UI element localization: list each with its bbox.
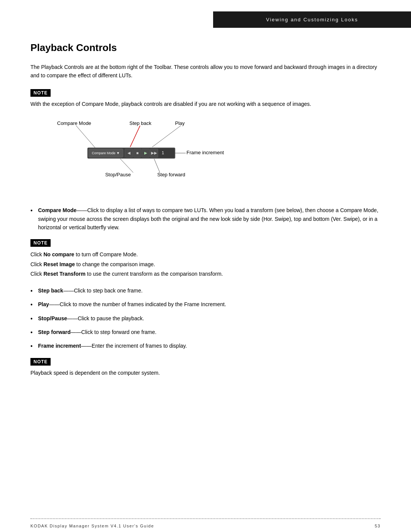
header-bar: Viewing and Customizing Looks bbox=[213, 11, 411, 28]
compare-mode-label: Compare Mode bbox=[57, 120, 91, 126]
bullet4-title: Stop/Pause bbox=[38, 315, 67, 321]
bullet2-text: —Click to step back one frame. bbox=[68, 288, 143, 294]
note-box-3: NOTE Playback speed is dependent on the … bbox=[30, 358, 381, 377]
bullet2-title: Step back bbox=[38, 288, 63, 294]
diagram-svg: Compare Mode Step back Play Compare Mode… bbox=[46, 117, 244, 193]
svg-text:1: 1 bbox=[162, 150, 164, 155]
bullet-step-back: Step back——Click to step back one frame. bbox=[30, 286, 381, 295]
bullet-play: Play——Click to move the number of frames… bbox=[30, 300, 381, 308]
note-label-1: NOTE bbox=[30, 89, 51, 97]
header-title: Viewing and Customizing Looks bbox=[266, 17, 358, 22]
svg-text:■: ■ bbox=[136, 151, 139, 155]
svg-text:Stop/Pause: Stop/Pause bbox=[105, 172, 131, 177]
svg-line-19 bbox=[120, 159, 133, 173]
bullet5-text: —Click to step forward one frame. bbox=[76, 329, 157, 335]
page-title: Playback Controls bbox=[30, 42, 381, 54]
step-back-label: Step back bbox=[129, 120, 151, 126]
note2-line3: Click Reset Transform to use the current… bbox=[30, 269, 381, 279]
bullet-step-forward: Step forward——Click to step forward one … bbox=[30, 328, 381, 336]
svg-text:▶: ▶ bbox=[144, 151, 147, 155]
note-label-2: NOTE bbox=[30, 239, 51, 247]
play-label: Play bbox=[175, 120, 185, 126]
bullet-compare-mode: Compare Mode——Click to display a list of… bbox=[30, 206, 381, 232]
bullet6-title: Frame increment bbox=[38, 343, 81, 349]
page-container: Viewing and Customizing Looks Playback C… bbox=[0, 11, 411, 532]
footer-text: KODAK Display Manager System V4.1 User's… bbox=[30, 524, 381, 528]
bullet3-title: Play bbox=[38, 301, 49, 307]
bullet4-text: —Click to pause the playback. bbox=[72, 315, 144, 321]
bullet3-text: —Click to move the number of frames indi… bbox=[54, 301, 226, 307]
footer: KODAK Display Manager System V4.1 User's… bbox=[0, 518, 411, 528]
bullet1-text: —Click to display a list of ways to comp… bbox=[38, 207, 378, 230]
svg-text:Frame increment: Frame increment bbox=[186, 150, 224, 155]
note-text-1: With the exception of Compare Mode, play… bbox=[30, 100, 381, 108]
note2-line2: Click Reset Image to change the comparis… bbox=[30, 260, 381, 269]
svg-text:Compare Mode ▼: Compare Mode ▼ bbox=[92, 151, 119, 155]
svg-text:▶▶: ▶▶ bbox=[151, 151, 157, 155]
svg-line-2 bbox=[152, 126, 181, 147]
note-box-2: NOTE Click No compare to turn off Compar… bbox=[30, 239, 381, 279]
svg-line-1 bbox=[130, 126, 140, 147]
bullet1-title: Compare Mode bbox=[38, 207, 76, 213]
footer-left: KODAK Display Manager System V4.1 User's… bbox=[30, 524, 154, 528]
svg-line-21 bbox=[154, 159, 160, 173]
footer-dots bbox=[30, 518, 381, 519]
note-lines-2: Click No compare to turn off Compare Mod… bbox=[30, 250, 381, 279]
bullet6-text: —Enter the increment of frames to displa… bbox=[86, 343, 187, 349]
bullet5-title: Step forward bbox=[38, 329, 71, 335]
diagram-container: Compare Mode Step back Play Compare Mode… bbox=[46, 117, 381, 195]
svg-line-0 bbox=[76, 126, 95, 148]
intro-text: The Playback Controls are at the bottom … bbox=[30, 63, 381, 80]
note-box-1: NOTE With the exception of Compare Mode,… bbox=[30, 89, 381, 108]
svg-text:◀: ◀ bbox=[127, 151, 131, 155]
main-content: Playback Controls The Playback Controls … bbox=[0, 11, 411, 407]
svg-text:Step forward: Step forward bbox=[157, 172, 185, 177]
note2-line1: Click No compare to turn off Compare Mod… bbox=[30, 250, 381, 259]
note-text-3: Playback speed is dependent on the compu… bbox=[30, 369, 381, 377]
note-label-3: NOTE bbox=[30, 358, 51, 366]
bullet-frame-increment: Frame increment——Enter the increment of … bbox=[30, 342, 381, 350]
bullet-list-2: Step back——Click to step back one frame.… bbox=[30, 286, 381, 350]
bullet1-dash: — bbox=[76, 207, 82, 213]
bullet-stop-pause: Stop/Pause——Click to pause the playback. bbox=[30, 314, 381, 323]
footer-right: 53 bbox=[375, 524, 381, 528]
bullet-list: Compare Mode——Click to display a list of… bbox=[30, 206, 381, 232]
